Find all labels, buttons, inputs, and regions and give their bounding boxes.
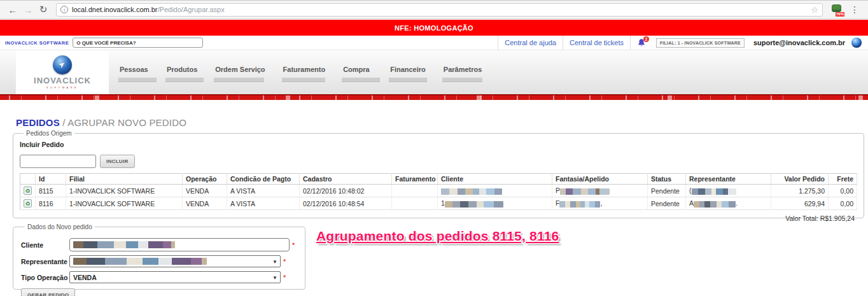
cell-fantasia: P [552,185,648,197]
logo-cursor-icon: ➤ [55,58,67,71]
col-cadastro: Cadastro [300,174,392,185]
cell-condicao: A VISTA [227,185,300,197]
incluir-pedido-input[interactable] [20,155,96,168]
col-frete: Frete [829,174,857,185]
chevron-down-icon: ▼ [272,275,277,281]
representante-label: Representante [21,258,69,265]
incluir-button[interactable]: INCLUIR [100,155,135,168]
tipo-operacao-select[interactable]: VENDA ▼ [69,271,281,283]
redacted-text [692,188,736,195]
nav-underline [282,78,326,81]
help-center-link[interactable]: Central de ajuda [498,36,563,50]
environment-banner: NFE: HOMOLOGAÇÃO [0,20,868,36]
novo-pedido-legend: Dados do Novo pedido [25,223,95,230]
cell-fantasia: F, [552,197,648,210]
pedidos-origem-panel: Pedidos Origem Incluir Pedido INCLUIR Id… [13,130,864,218]
col-valor: Valor Pedido [771,174,829,185]
novo-pedido-panel: Dados do Novo pedido Cliente * Represent… [13,223,305,290]
nav-item-produtos[interactable]: Produtos [165,66,205,81]
col-filial: Filial [66,174,183,185]
table-row: ♻ 8116 1-INOVACLICK SOFTWARE VENDA A VIS… [20,197,857,210]
cell-frete: 0,00 [829,197,857,210]
nav-item-faturamento[interactable]: Faturamento [282,66,333,81]
logo-subtitle: SOFTWARE [46,86,79,89]
representante-select[interactable]: ▼ [69,255,281,267]
nav-item-parametros[interactable]: Parâmetros [442,66,490,81]
nav-underline [214,78,263,81]
redacted-text [73,258,207,265]
cell-cliente: 1 [438,197,552,210]
required-mark: * [283,258,286,265]
col-fantasia: Fantasia/Apelido [552,174,648,185]
valor-total: Valor Total: R$1.905,24 [20,215,857,222]
cell-filial: 1-INOVACLICK SOFTWARE [66,185,183,197]
session-orb-icon[interactable] [851,38,862,48]
cell-id: 8116 [36,197,66,210]
user-email[interactable]: suporte@inovaclick.com.br [748,39,850,46]
cliente-label: Cliente [21,241,69,249]
nav-item-pessoas[interactable]: Pessoas [118,66,157,81]
incluir-pedido-label: Incluir Pedido [20,141,857,148]
nav-underline [118,78,157,81]
cell-cadastro: 02/12/2016 10:48:54 [300,197,392,210]
cell-faturamento [392,197,438,210]
extension-icon[interactable]: 79% [832,4,843,15]
forward-icon[interactable]: → [20,4,36,15]
cell-cliente [438,185,552,197]
environment-banner-text: NFE: HOMOLOGAÇÃO [395,24,473,32]
nav-underline [442,78,482,81]
extension-badge: 79% [836,12,844,17]
logo[interactable]: ➤ INOVACLICK SOFTWARE [16,50,109,94]
cell-valor: 1.275,30 [771,185,829,197]
redacted-text [694,201,736,208]
breadcrumb-pedidos[interactable]: PEDIDOS [16,117,60,128]
tipo-operacao-value: VENDA [73,274,97,281]
url-bar[interactable]: i local.dnet.inovaclick.com.br/Pedido/Ag… [56,3,823,17]
nav-item-ordem-servico[interactable]: Ordem Serviço [214,66,272,81]
cell-frete: 0,00 [829,185,857,197]
brand-link[interactable]: INOVACLICK SOFTWARE [0,40,73,46]
notifications-button[interactable]: 2 [630,36,652,50]
cell-status: Pendente [648,185,686,197]
col-condicao: Condicão de Pagto [227,174,300,185]
breadcrumb-current: / AGRUPAR NOVO PEDIDO [62,117,186,128]
required-mark: * [292,241,295,249]
global-search-input[interactable] [73,38,203,48]
refresh-icon[interactable]: ↻ [36,4,51,15]
cell-status: Pendente [648,197,686,210]
table-header-row: Id Filial Operação Condicão de Pagto Cad… [20,174,857,185]
redacted-text [445,201,503,208]
logo-word: INOVACLICK [34,76,91,85]
gerar-pedido-button[interactable]: GERAR PEDIDO [21,288,75,296]
cell-representante: A. [686,197,771,210]
filial-selector[interactable]: FILIAL: 1 - INOVACLICK SOFTWARE [656,38,745,48]
browser-toolbar: ← → ↻ i local.dnet.inovaclick.com.br/Ped… [0,0,868,19]
nav-item-financeiro[interactable]: Financeiro [389,66,433,81]
page-info-icon[interactable]: i [60,6,68,13]
browser-menu-icon[interactable]: ⋮ [846,4,863,15]
nav-underline [165,78,204,81]
cell-filial: 1-INOVACLICK SOFTWARE [66,197,183,210]
red-ticker-strip [0,94,868,100]
back-icon[interactable]: ← [5,4,20,15]
notification-count-badge: 2 [643,36,649,42]
bookmark-star-icon[interactable]: ☆ [811,5,818,15]
annotation-text: Agrupamento dos pedidos 8115, 8116 [316,229,559,244]
table-row: ♻ 8115 1-INOVACLICK SOFTWARE VENDA A VIS… [20,185,857,197]
remove-order-icon[interactable]: ♻ [24,199,32,208]
cliente-input[interactable] [69,238,290,251]
cell-operacao: VENDA [183,197,227,210]
nav-item-compra[interactable]: Compra [342,66,380,81]
utility-bar: INOVACLICK SOFTWARE Central de ajuda Cen… [0,36,868,50]
redacted-text [560,188,610,195]
remove-order-icon[interactable]: ♻ [24,187,32,195]
redacted-text [559,201,600,208]
pedidos-origem-legend: Pedidos Origem [24,130,74,137]
ticket-center-link[interactable]: Central de tickets [563,36,630,50]
extension-glyph [832,4,841,12]
required-mark: * [283,274,286,281]
main-nav: Pessoas Produtos Ordem Serviço Faturamen… [118,66,498,81]
cell-id: 8115 [36,185,66,197]
app-header: ➤ INOVACLICK SOFTWARE Pessoas Produtos O… [0,50,868,94]
pedidos-table: Id Filial Operação Condicão de Pagto Cad… [20,173,857,210]
